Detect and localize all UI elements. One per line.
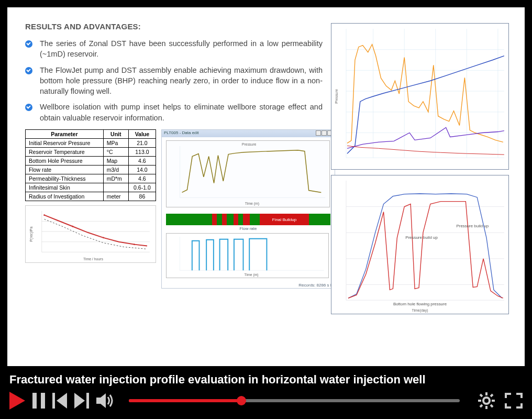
check-icon [25, 67, 32, 74]
video-player: RESULTS AND ADVANTAGES: The series of Zo… [0, 0, 532, 419]
bullet-list: The series of Zonal DST have been succes… [25, 38, 323, 123]
axis-x-label: Time / hours [83, 257, 103, 261]
fullscreen-button[interactable] [505, 392, 523, 410]
table-cell [103, 183, 128, 192]
check-icon [25, 104, 32, 111]
table-cell: m3/d [103, 166, 128, 174]
table-cell: Initial Reservoir Pressure [26, 139, 104, 148]
window-buttons [316, 130, 332, 137]
svg-line-57 [480, 394, 482, 396]
bullet-text: Wellbore isolation with pump inset helps… [40, 102, 323, 123]
table-cell: Bottom Hole Pressure [26, 157, 104, 166]
table-header: Parameter [26, 130, 104, 139]
svg-text:Time (m): Time (m) [245, 273, 259, 277]
player-controls [7, 390, 525, 412]
table-cell: MPa [103, 139, 128, 148]
decline-chart: Time / hours P(rec)/Pa [25, 205, 156, 263]
table-cell: Reservoir Temperature [26, 148, 104, 157]
buildup-chart: Pressure build up Pressure build up Bott… [331, 175, 509, 314]
table-cell: 86 [128, 192, 156, 201]
table-cell: meter [103, 192, 128, 201]
svg-text:Pressure: Pressure [242, 142, 257, 146]
table-cell: Permeability-Thickness [26, 174, 104, 183]
flow-period-strip: Final Buildup [166, 214, 330, 225]
next-button[interactable] [74, 393, 89, 409]
table-cell: 0.6-1.0 [128, 183, 156, 192]
check-icon [25, 40, 32, 48]
svg-text:Time (m): Time (m) [245, 202, 259, 206]
svg-rect-15 [167, 234, 328, 278]
bullet-text: The series of Zonal DST have been succes… [40, 38, 323, 60]
table-cell: °C [103, 148, 128, 157]
window-footer: Records: 8286 s I [162, 282, 335, 288]
table-cell: mD*m [103, 174, 128, 183]
table-cell: 113.0 [128, 148, 156, 157]
svg-text:Bottom hole flowing pressure: Bottom hole flowing pressure [393, 302, 447, 306]
table-cell: Flow rate [26, 166, 104, 174]
table-row: Flow ratem3/d14.0 [26, 166, 156, 174]
svg-point-7 [72, 226, 73, 227]
table-cell: 21.0 [128, 139, 156, 148]
pressure-time-chart: Pressure Time (m) [166, 140, 330, 207]
progress-bar[interactable] [129, 399, 460, 402]
svg-line-58 [491, 405, 493, 407]
left-stack: Parameter Unit Value Initial Reservoir P… [25, 129, 156, 289]
flowrate-caption: Flow rate [162, 226, 335, 231]
svg-text:Pressure: Pressure [335, 89, 338, 104]
right-chart-column: Pressure Pressure build up Pressure buil… [331, 23, 509, 314]
volume-button[interactable] [96, 393, 115, 409]
window-titlebar: PLT005 - Data edit [162, 130, 335, 137]
progress-knob[interactable] [237, 396, 246, 405]
svg-marker-48 [57, 393, 67, 409]
multicurve-chart: Pressure [331, 23, 509, 170]
svg-marker-44 [9, 392, 25, 410]
svg-point-52 [483, 398, 490, 404]
previous-button[interactable] [52, 393, 67, 409]
svg-text:Pressure build up: Pressure build up [456, 224, 489, 228]
table-cell: Map [103, 157, 128, 166]
svg-rect-50 [86, 393, 89, 409]
analysis-software-window: PLT005 - Data edit Pressure Time (m) [161, 129, 335, 289]
bullet-item: The series of Zonal DST have been succes… [25, 38, 323, 60]
svg-rect-33 [331, 175, 508, 314]
table-cell: 14.0 [128, 166, 156, 174]
svg-point-9 [134, 244, 135, 245]
video-title: Fractured water injection profile evalua… [7, 366, 525, 390]
flowrate-chart: Time (m) [166, 233, 329, 278]
svg-rect-0 [26, 206, 154, 262]
table-row: Radius of Investigationmeter86 [26, 192, 156, 201]
svg-text:Time(day): Time(day) [412, 308, 428, 313]
play-button[interactable] [9, 392, 25, 410]
svg-point-8 [103, 237, 104, 238]
parameter-table: Parameter Unit Value Initial Reservoir P… [25, 129, 156, 201]
svg-point-6 [43, 214, 45, 216]
svg-rect-47 [52, 393, 55, 409]
svg-text:Pressure build up: Pressure build up [405, 235, 438, 240]
svg-line-59 [491, 394, 493, 396]
slide: RESULTS AND ADVANTAGES: The series of Zo… [7, 7, 525, 366]
table-row: Initial Reservoir PressureMPa21.0 [26, 139, 156, 148]
table-cell: 4.6 [128, 174, 156, 183]
table-row: Reservoir Temperature°C113.0 [26, 148, 156, 157]
svg-marker-49 [74, 393, 85, 409]
table-header: Unit [103, 130, 128, 139]
svg-line-60 [480, 405, 482, 407]
table-row: Infinitesimal Skin0.6-1.0 [26, 183, 156, 192]
bullet-text: The FlowJet pump and DST assembly enable… [40, 65, 323, 97]
window-title: PLT005 - Data edit [164, 130, 199, 137]
pause-button[interactable] [32, 393, 45, 409]
table-row: Bottom Hole PressureMap4.6 [26, 157, 156, 166]
svg-rect-45 [32, 393, 37, 409]
svg-rect-46 [41, 393, 45, 409]
axis-y-label: P(rec)/Pa [29, 226, 34, 241]
bullet-item: Wellbore isolation with pump inset helps… [25, 102, 323, 123]
table-header: Value [128, 130, 156, 139]
progress-fill [129, 399, 241, 402]
table-cell: Radius of Investigation [26, 192, 104, 201]
svg-rect-10 [167, 141, 329, 207]
settings-button[interactable] [478, 392, 495, 410]
table-cell: Infinitesimal Skin [26, 183, 104, 192]
bullet-item: The FlowJet pump and DST assembly enable… [25, 65, 323, 97]
table-cell: 4.6 [128, 157, 156, 166]
table-row: Permeability-ThicknessmD*m4.6 [26, 174, 156, 183]
